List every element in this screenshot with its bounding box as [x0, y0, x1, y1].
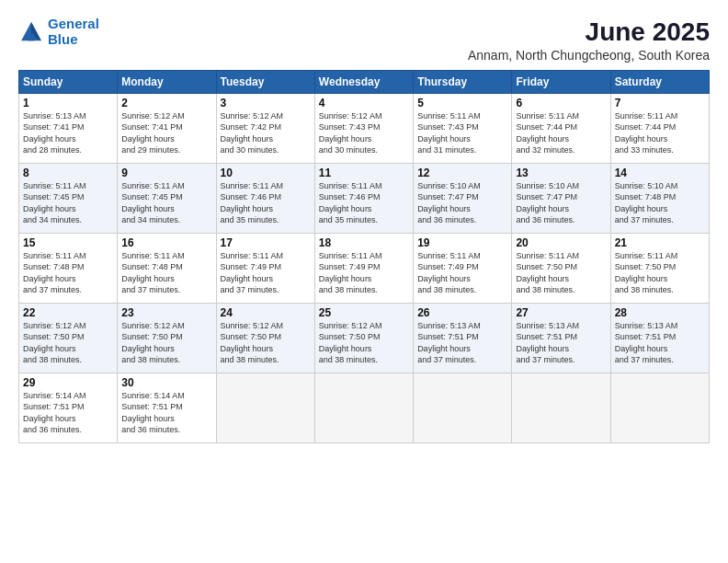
calendar-table: SundayMondayTuesdayWednesdayThursdayFrid…	[18, 70, 710, 443]
day-number: 5	[417, 97, 507, 109]
calendar-cell: 14 Sunrise: 5:10 AMSunset: 7:48 PMDaylig…	[610, 163, 709, 233]
logo-blue: Blue	[48, 31, 78, 47]
calendar-cell: 11 Sunrise: 5:11 AMSunset: 7:46 PMDaylig…	[314, 163, 413, 233]
day-info: Sunrise: 5:13 AMSunset: 7:51 PMDaylight …	[615, 320, 705, 366]
day-number: 3	[221, 97, 311, 109]
day-info: Sunrise: 5:10 AMSunset: 7:47 PMDaylight …	[417, 180, 507, 226]
page: General Blue June 2025 Annam, North Chun…	[0, 0, 728, 563]
day-number: 9	[121, 167, 211, 179]
calendar-cell: 10 Sunrise: 5:11 AMSunset: 7:46 PMDaylig…	[216, 163, 314, 233]
logo: General Blue	[18, 17, 99, 47]
calendar-cell	[314, 373, 413, 442]
calendar-cell: 20 Sunrise: 5:11 AMSunset: 7:50 PMDaylig…	[512, 233, 610, 303]
calendar-cell: 23 Sunrise: 5:12 AMSunset: 7:50 PMDaylig…	[118, 303, 216, 373]
day-info: Sunrise: 5:12 AMSunset: 7:50 PMDaylight …	[121, 320, 211, 366]
calendar-cell: 4 Sunrise: 5:12 AMSunset: 7:43 PMDayligh…	[314, 93, 413, 163]
day-number: 8	[23, 167, 113, 179]
day-number: 16	[121, 236, 211, 249]
day-info: Sunrise: 5:11 AMSunset: 7:45 PMDaylight …	[121, 180, 211, 226]
calendar-header-friday: Friday	[512, 70, 610, 93]
calendar-cell	[610, 373, 709, 442]
calendar-cell	[414, 373, 512, 442]
day-info: Sunrise: 5:13 AMSunset: 7:51 PMDaylight …	[417, 320, 507, 366]
day-number: 24	[221, 306, 311, 319]
calendar-cell: 26 Sunrise: 5:13 AMSunset: 7:51 PMDaylig…	[414, 303, 512, 373]
calendar-cell: 30 Sunrise: 5:14 AMSunset: 7:51 PMDaylig…	[118, 373, 216, 442]
day-number: 19	[417, 236, 507, 249]
day-info: Sunrise: 5:11 AMSunset: 7:43 PMDaylight …	[417, 110, 507, 156]
day-number: 4	[319, 97, 409, 109]
calendar-header-monday: Monday	[118, 70, 216, 93]
day-info: Sunrise: 5:10 AMSunset: 7:48 PMDaylight …	[615, 180, 705, 226]
day-number: 2	[121, 97, 211, 109]
calendar-cell: 21 Sunrise: 5:11 AMSunset: 7:50 PMDaylig…	[610, 233, 709, 303]
day-number: 20	[516, 236, 606, 249]
calendar-cell: 16 Sunrise: 5:11 AMSunset: 7:48 PMDaylig…	[118, 233, 216, 303]
calendar-week-row: 8 Sunrise: 5:11 AMSunset: 7:45 PMDayligh…	[19, 163, 710, 233]
day-info: Sunrise: 5:14 AMSunset: 7:51 PMDaylight …	[23, 390, 113, 436]
title-block: June 2025 Annam, North Chungcheong, Sout…	[468, 17, 710, 63]
calendar-header-row: SundayMondayTuesdayWednesdayThursdayFrid…	[19, 70, 710, 93]
day-number: 28	[615, 306, 705, 319]
calendar-cell: 7 Sunrise: 5:11 AMSunset: 7:44 PMDayligh…	[610, 93, 709, 163]
day-info: Sunrise: 5:11 AMSunset: 7:46 PMDaylight …	[319, 180, 409, 226]
day-info: Sunrise: 5:11 AMSunset: 7:48 PMDaylight …	[23, 250, 113, 296]
calendar-cell: 22 Sunrise: 5:12 AMSunset: 7:50 PMDaylig…	[19, 303, 118, 373]
main-title: June 2025	[468, 17, 710, 48]
day-number: 15	[23, 236, 113, 249]
day-info: Sunrise: 5:11 AMSunset: 7:44 PMDaylight …	[516, 110, 606, 156]
calendar-cell: 1 Sunrise: 5:13 AMSunset: 7:41 PMDayligh…	[19, 93, 118, 163]
day-number: 27	[516, 306, 606, 319]
svg-rect-2	[28, 33, 34, 40]
day-info: Sunrise: 5:11 AMSunset: 7:44 PMDaylight …	[615, 110, 705, 156]
calendar-cell: 8 Sunrise: 5:11 AMSunset: 7:45 PMDayligh…	[19, 163, 118, 233]
calendar-header-sunday: Sunday	[19, 70, 118, 93]
day-number: 18	[319, 236, 409, 249]
day-number: 21	[615, 236, 705, 249]
day-number: 23	[121, 306, 211, 319]
day-number: 10	[221, 167, 311, 179]
calendar-cell: 18 Sunrise: 5:11 AMSunset: 7:49 PMDaylig…	[314, 233, 413, 303]
calendar-week-row: 15 Sunrise: 5:11 AMSunset: 7:48 PMDaylig…	[19, 233, 710, 303]
day-number: 30	[121, 376, 211, 389]
calendar-cell: 28 Sunrise: 5:13 AMSunset: 7:51 PMDaylig…	[610, 303, 709, 373]
day-info: Sunrise: 5:13 AMSunset: 7:51 PMDaylight …	[516, 320, 606, 366]
calendar-cell: 19 Sunrise: 5:11 AMSunset: 7:49 PMDaylig…	[414, 233, 512, 303]
day-info: Sunrise: 5:11 AMSunset: 7:50 PMDaylight …	[516, 250, 606, 296]
day-info: Sunrise: 5:11 AMSunset: 7:49 PMDaylight …	[319, 250, 409, 296]
logo-icon	[18, 19, 44, 45]
calendar-cell: 3 Sunrise: 5:12 AMSunset: 7:42 PMDayligh…	[216, 93, 314, 163]
day-info: Sunrise: 5:12 AMSunset: 7:50 PMDaylight …	[319, 320, 409, 366]
calendar-header-tuesday: Tuesday	[216, 70, 314, 93]
day-info: Sunrise: 5:12 AMSunset: 7:41 PMDaylight …	[121, 110, 211, 156]
day-info: Sunrise: 5:11 AMSunset: 7:50 PMDaylight …	[615, 250, 705, 296]
calendar-week-row: 1 Sunrise: 5:13 AMSunset: 7:41 PMDayligh…	[19, 93, 710, 163]
calendar-week-row: 22 Sunrise: 5:12 AMSunset: 7:50 PMDaylig…	[19, 303, 710, 373]
calendar-cell: 9 Sunrise: 5:11 AMSunset: 7:45 PMDayligh…	[118, 163, 216, 233]
calendar-cell: 5 Sunrise: 5:11 AMSunset: 7:43 PMDayligh…	[414, 93, 512, 163]
day-info: Sunrise: 5:11 AMSunset: 7:46 PMDaylight …	[221, 180, 311, 226]
calendar-cell: 15 Sunrise: 5:11 AMSunset: 7:48 PMDaylig…	[19, 233, 118, 303]
day-info: Sunrise: 5:11 AMSunset: 7:45 PMDaylight …	[23, 180, 113, 226]
calendar-cell: 29 Sunrise: 5:14 AMSunset: 7:51 PMDaylig…	[19, 373, 118, 442]
day-number: 22	[23, 306, 113, 319]
day-info: Sunrise: 5:11 AMSunset: 7:48 PMDaylight …	[121, 250, 211, 296]
logo-general: General	[48, 16, 99, 31]
calendar-cell	[512, 373, 610, 442]
calendar-week-row: 29 Sunrise: 5:14 AMSunset: 7:51 PMDaylig…	[19, 373, 710, 442]
logo-text: General Blue	[48, 17, 99, 47]
day-number: 1	[23, 97, 113, 109]
day-number: 29	[23, 376, 113, 389]
day-info: Sunrise: 5:12 AMSunset: 7:42 PMDaylight …	[221, 110, 311, 156]
day-info: Sunrise: 5:10 AMSunset: 7:47 PMDaylight …	[516, 180, 606, 226]
calendar-cell: 25 Sunrise: 5:12 AMSunset: 7:50 PMDaylig…	[314, 303, 413, 373]
day-info: Sunrise: 5:12 AMSunset: 7:43 PMDaylight …	[319, 110, 409, 156]
calendar-header-saturday: Saturday	[610, 70, 709, 93]
day-info: Sunrise: 5:11 AMSunset: 7:49 PMDaylight …	[417, 250, 507, 296]
calendar-header-thursday: Thursday	[414, 70, 512, 93]
day-info: Sunrise: 5:12 AMSunset: 7:50 PMDaylight …	[23, 320, 113, 366]
calendar-cell: 12 Sunrise: 5:10 AMSunset: 7:47 PMDaylig…	[414, 163, 512, 233]
calendar-cell: 6 Sunrise: 5:11 AMSunset: 7:44 PMDayligh…	[512, 93, 610, 163]
subtitle: Annam, North Chungcheong, South Korea	[468, 48, 710, 63]
day-number: 13	[516, 167, 606, 179]
